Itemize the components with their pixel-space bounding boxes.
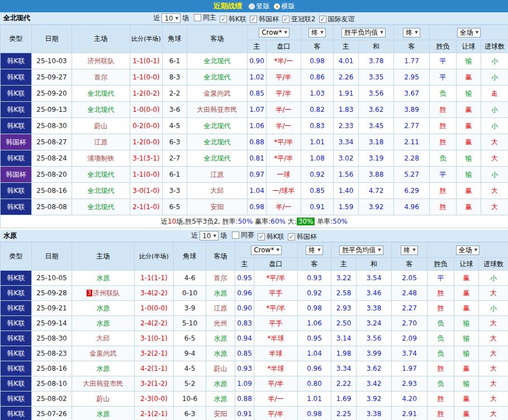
sub-header-wdl: 胜负 (428, 258, 454, 271)
chevron-down-icon: ▼ (415, 30, 417, 35)
result-wdl: 负 (430, 150, 457, 167)
match-score: 2-3(0-0) (135, 391, 174, 407)
filter-checkbox[interactable]: ✓韩国杯 (250, 15, 279, 24)
filter-checkbox[interactable]: ✓亚冠联2 (282, 15, 316, 24)
select-value: 终 (403, 246, 410, 255)
odds-away: 0.86 (301, 69, 334, 86)
avg-select[interactable]: 胜平负均值▼ (339, 246, 383, 255)
odds-home: 0.96 (235, 286, 254, 301)
match-score: 1-0(0-0) (135, 301, 174, 316)
scope-select[interactable]: 全场▼ (457, 28, 481, 37)
avg-away: 2.77 (394, 118, 430, 134)
recent-count-select[interactable]: 10▼ (162, 13, 181, 23)
avg-final-select[interactable]: 终▼ (401, 246, 417, 255)
avg-draw: 3.38 (357, 407, 392, 420)
home-team: 蔚山 (72, 118, 130, 134)
match-corners: 2-2 (163, 86, 187, 102)
away-team: 水原 (206, 331, 235, 346)
away-team: 全北现代 (187, 53, 248, 69)
select-value: 终 (311, 28, 318, 37)
odds-home: 1.06 (248, 118, 267, 134)
odds-handicap: 平/半 (254, 407, 298, 420)
avg-draw: 3.88 (359, 167, 394, 183)
radio-icon[interactable] (249, 3, 255, 10)
checkbox-icon[interactable] (194, 14, 201, 21)
results-table: 类型 日期 主场 比分(半场) 角球 客场 Crow*▼ 终▼ 胜平负均值▼ 终… (0, 242, 508, 420)
bookmaker-select[interactable]: Crow*▼ (251, 246, 282, 255)
result-goals: 大 (479, 376, 508, 391)
chevron-down-icon: ▼ (175, 16, 178, 21)
avg-draw: 3.62 (357, 361, 392, 376)
avg-away: 2.05 (392, 271, 428, 286)
result-goals: 大 (481, 134, 508, 150)
sub-header-avg-draw: 和 (359, 40, 394, 53)
home-team: 蔚山 (72, 391, 135, 407)
result-goals: 大 (479, 391, 508, 407)
summary-segment: 50% (333, 218, 348, 225)
filter-checkbox[interactable]: ✓韩K联 (220, 15, 246, 24)
home-team: 金泉尚武 (72, 346, 135, 361)
odds-final-select[interactable]: 终▼ (306, 246, 322, 255)
result-wdl: 胜 (430, 102, 457, 118)
avg-final-select[interactable]: 终▼ (403, 28, 420, 37)
match-date: 25-09-28 (32, 286, 72, 301)
match-score: 2-4(2-2) (135, 316, 174, 331)
avg-away: 2.11 (394, 134, 430, 150)
odds-home: 1.02 (248, 69, 267, 86)
checkbox-icon[interactable]: ✓ (282, 16, 289, 23)
match-type: 韩K联 (1, 286, 32, 301)
avg-final-header-cell: 终▼ (392, 243, 428, 258)
result-goals: 大 (479, 346, 508, 361)
checkbox-icon[interactable]: ✓ (319, 16, 326, 23)
result-handicap: 输 (454, 346, 479, 361)
result-wdl: 胜 (428, 301, 454, 316)
odds-final-header-cell: 终▼ (301, 25, 334, 40)
sub-header-odds-away: 客 (298, 258, 331, 271)
checkbox-icon[interactable]: ✓ (250, 16, 257, 23)
match-date: 25-08-30 (32, 331, 72, 346)
match-row: 韩K联25-08-24浦项制铁3-1(3-1)2-7全北现代0.81*平/半1.… (1, 150, 508, 167)
result-goals: 大 (479, 407, 508, 420)
avg-draw: 3.54 (357, 271, 392, 286)
filter-checkbox[interactable]: 同主 (194, 13, 216, 22)
avg-select[interactable]: 胜平负均值▼ (341, 28, 385, 37)
checkbox-icon[interactable] (232, 232, 239, 239)
match-row: 韩K联25-08-10大田韩亚市民3-2(1-2)5-2水原1.09平/半0.8… (1, 376, 508, 391)
checkbox-label: 同主 (203, 13, 216, 22)
odds-final-select[interactable]: 终▼ (308, 28, 325, 37)
recent-count-select[interactable]: 10▼ (200, 231, 219, 240)
away-team: 江原 (206, 301, 235, 316)
filter-checkboxes: 同赛✓韩K联✓韩国杯 (229, 230, 317, 242)
chevron-down-icon: ▼ (284, 30, 287, 35)
bookmaker-select[interactable]: Crow*▼ (259, 28, 289, 37)
filter-checkbox[interactable]: ✓韩国杯 (288, 232, 317, 242)
layout-radio[interactable]: 横版 (274, 2, 295, 11)
checkbox-icon[interactable]: ✓ (288, 233, 295, 240)
match-type: 韩K联 (1, 118, 32, 134)
odds-handicap: *半球 (254, 331, 298, 346)
odds-handicap: 一/球半 (267, 183, 301, 199)
scope-header-cell: 全场▼ (430, 25, 508, 40)
result-goals: 大 (479, 286, 508, 301)
checkbox-icon[interactable]: ✓ (220, 16, 227, 23)
match-corners: 4-6 (174, 271, 206, 286)
odds-home: 0.94 (235, 331, 254, 346)
avg-home: 2.93 (331, 301, 357, 316)
filter-checkbox[interactable]: ✓韩K联 (258, 232, 284, 242)
avg-draw: 3.45 (359, 118, 394, 134)
home-team: 浦项制铁 (72, 150, 130, 167)
checkbox-icon[interactable]: ✓ (258, 233, 265, 240)
select-value: 全场 (460, 28, 473, 37)
scope-select[interactable]: 全场▼ (456, 246, 479, 255)
odds-home: 1.07 (248, 102, 267, 118)
match-type: 韩K联 (1, 376, 32, 391)
filter-checkbox[interactable]: ✓国际友谊 (319, 15, 355, 24)
chevron-down-icon: ▼ (378, 248, 381, 252)
odds-away: 1.06 (298, 316, 331, 331)
filter-checkbox[interactable]: 同赛 (232, 230, 254, 240)
avg-home: 1.40 (334, 183, 359, 199)
radio-icon[interactable] (274, 3, 280, 10)
result-handicap: 赢 (454, 286, 479, 301)
match-date: 25-09-20 (32, 86, 72, 102)
layout-radio[interactable]: 竖版 (249, 2, 270, 11)
